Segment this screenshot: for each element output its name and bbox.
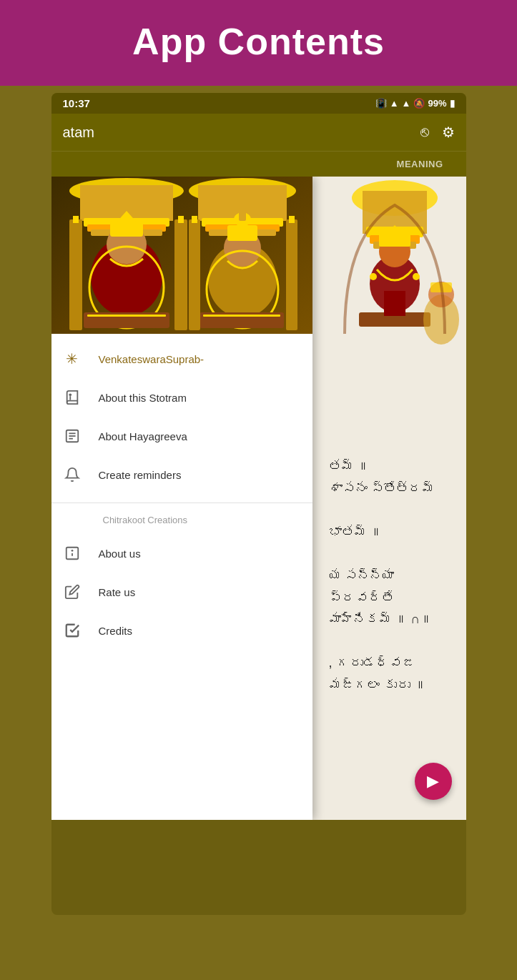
drawer-item-about-hayagreeva[interactable]: About Hayagreeva bbox=[51, 417, 312, 455]
drawer-item-credits[interactable]: Credits bbox=[51, 611, 312, 650]
play-icon bbox=[427, 772, 439, 791]
drawer-section-1: ✳ VenkateswaraSuprab- About this Stotram bbox=[51, 334, 312, 500]
svg-rect-30 bbox=[73, 216, 79, 223]
tab-meaning[interactable]: MEANING bbox=[385, 152, 455, 177]
drawer-section-header: Chitrakoot Creations bbox=[51, 506, 312, 528]
top-banner: App Contents bbox=[0, 0, 517, 86]
telugu-line-3: భాతమ్ ॥ bbox=[329, 521, 461, 543]
telugu-text-background: తమ్ ॥ శాసనం స్తోత్రమ్ భాతమ్ ॥ య సన్న్యా … bbox=[323, 448, 466, 703]
svg-rect-45 bbox=[203, 315, 280, 317]
status-vibrate-icon: 📳 bbox=[375, 98, 387, 109]
document-icon bbox=[63, 427, 82, 445]
drawer-header-svg bbox=[51, 177, 312, 334]
drawer-item-rate-us[interactable]: Rate us bbox=[51, 573, 312, 611]
svg-rect-49 bbox=[289, 216, 295, 223]
drawer-item-about-us-label: About us bbox=[99, 548, 141, 560]
svg-point-50 bbox=[69, 394, 72, 397]
temple-background-image bbox=[323, 177, 466, 448]
svg-rect-40 bbox=[227, 225, 257, 241]
status-time: 10:37 bbox=[63, 97, 90, 109]
telugu-line-1: తమ్ ॥ bbox=[329, 455, 461, 477]
drawer-item-reminders[interactable]: Create reminders bbox=[51, 455, 312, 494]
svg-point-11 bbox=[413, 273, 420, 280]
status-icons: 📳 ▲ ▲ 🔕 99% ▮ bbox=[375, 98, 455, 109]
app-bar: atam ⎋ ⚙ bbox=[51, 114, 466, 151]
checkmark-icon bbox=[63, 621, 82, 640]
svg-rect-24 bbox=[110, 221, 143, 237]
phone-frame: 10:37 📳 ▲ ▲ 🔕 99% ▮ atam ⎋ ⚙ MEANING bbox=[51, 93, 466, 915]
status-battery: 99% bbox=[428, 98, 446, 109]
svg-rect-12 bbox=[384, 291, 405, 316]
tab-bar: MEANING bbox=[51, 151, 466, 177]
telugu-line-4: య సన్న్యా ప్రవర్తే bbox=[329, 565, 461, 608]
app-bar-actions: ⎋ ⚙ bbox=[420, 124, 455, 141]
svg-rect-7 bbox=[379, 234, 410, 247]
drawer-item-about-stotram-label: About this Stotram bbox=[99, 392, 187, 404]
drawer-item-venkateswara[interactable]: ✳ VenkateswaraSuprab- bbox=[51, 340, 312, 378]
book-icon bbox=[63, 388, 82, 407]
svg-rect-47 bbox=[192, 216, 197, 223]
drawer-header-image bbox=[51, 177, 312, 334]
info-icon bbox=[63, 544, 82, 563]
drawer-item-venkateswara-label: VenkateswaraSuprab- bbox=[99, 353, 205, 365]
svg-rect-28 bbox=[87, 315, 166, 317]
banner-title: App Contents bbox=[0, 20, 517, 63]
fab-play-button[interactable] bbox=[415, 763, 452, 800]
svg-point-10 bbox=[370, 273, 377, 280]
asterisk-icon: ✳ bbox=[63, 350, 82, 368]
svg-rect-46 bbox=[189, 219, 200, 330]
app-bar-title: atam bbox=[63, 124, 94, 141]
drawer-item-about-stotram[interactable]: About this Stotram bbox=[51, 378, 312, 417]
telugu-line-6: , గరుడధ్వజ bbox=[329, 652, 461, 674]
svg-rect-32 bbox=[178, 216, 184, 223]
drawer-item-about-hayagreeva-label: About Hayagreeva bbox=[99, 430, 187, 442]
drawer-item-credits-label: Credits bbox=[99, 625, 133, 637]
telugu-line-2: శాసనం స్తోత్రమ్ bbox=[329, 477, 461, 500]
status-mute-icon: 🔕 bbox=[413, 98, 425, 109]
status-wifi-icon: ▲ bbox=[390, 98, 399, 109]
status-bar: 10:37 📳 ▲ ▲ 🔕 99% ▮ bbox=[51, 93, 466, 114]
drawer-item-rate-us-label: Rate us bbox=[99, 586, 136, 598]
svg-rect-31 bbox=[174, 219, 187, 330]
telugu-line-5: మాహ్నికమ్ ॥ ∩॥ bbox=[329, 608, 461, 630]
settings-icon[interactable]: ⚙ bbox=[442, 124, 455, 141]
bell-icon bbox=[63, 465, 82, 484]
temple-svg bbox=[323, 177, 466, 448]
svg-rect-42 bbox=[239, 208, 246, 221]
drawer-item-reminders-label: Create reminders bbox=[99, 469, 182, 481]
nav-drawer: ✳ VenkateswaraSuprab- About this Stotram bbox=[51, 177, 312, 820]
drawer-divider bbox=[51, 503, 312, 503]
drawer-section-2: About us Rate us bbox=[51, 528, 312, 655]
svg-rect-29 bbox=[69, 219, 82, 330]
status-battery-icon: ▮ bbox=[450, 98, 455, 109]
edit-icon bbox=[63, 583, 82, 601]
telugu-line-7: మఙ్గలం కురు ॥ bbox=[329, 674, 461, 696]
drawer-item-about-us[interactable]: About us bbox=[51, 534, 312, 573]
share-icon[interactable]: ⎋ bbox=[420, 124, 429, 141]
status-signal-icon: ▲ bbox=[402, 98, 411, 109]
svg-rect-48 bbox=[286, 219, 297, 330]
content-area: తమ్ ॥ శాసనం స్తోత్రమ్ భాతమ్ ॥ య సన్న్యా … bbox=[51, 177, 466, 820]
